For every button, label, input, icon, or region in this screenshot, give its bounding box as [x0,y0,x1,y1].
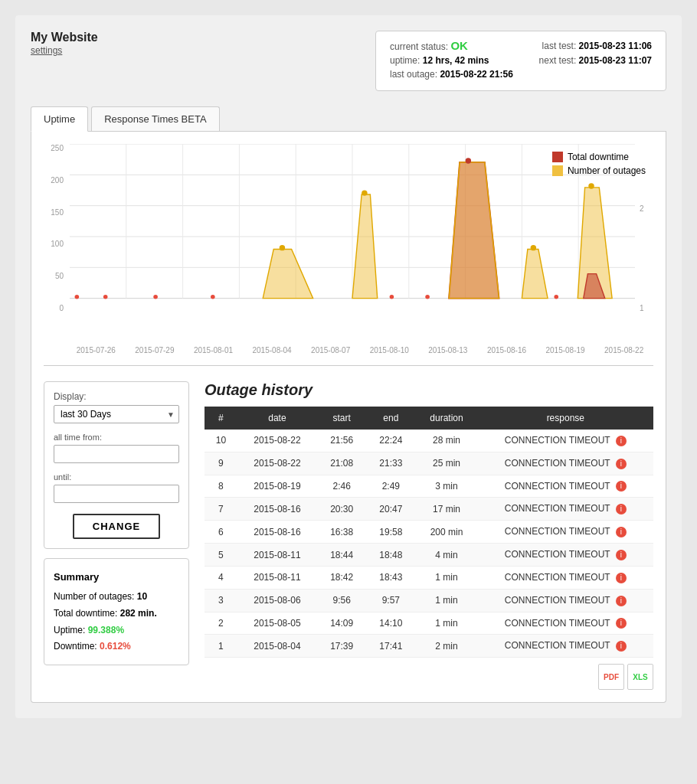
cell-start: 14:09 [317,612,366,635]
last-outage-value: 2015-08-22 21:56 [440,69,512,80]
legend-outages-label: Number of outages [568,165,646,176]
cell-end: 2:49 [366,475,415,498]
downtime-value: 282 min. [120,608,157,619]
export-row: PDF XLS [205,664,653,690]
summary-box: Summary Number of outages: 10 Total down… [44,558,189,665]
outage-table: # date start end duration response 10 20… [205,407,653,658]
cell-num: 5 [205,544,237,567]
info-icon[interactable]: i [616,504,627,514]
cell-num: 8 [205,475,237,498]
export-xls-button[interactable]: XLS [627,664,653,690]
cell-date: 2015-08-04 [237,635,317,658]
cell-end: 9:57 [366,589,415,612]
from-input[interactable] [54,445,179,463]
summary-downtime: Total downtime: 282 min. [54,606,179,622]
last-outage-label: last outage: [390,69,437,80]
tab-bar: Uptime Response Times BETA [31,106,666,132]
display-label: Display: [54,391,179,402]
col-end: end [366,407,415,430]
cell-start: 2:46 [317,475,366,498]
main-panel: 250 200 150 100 50 0 2 1 [31,132,666,703]
display-select[interactable]: last 30 Days last 7 Days last 90 Days Al… [54,405,179,423]
from-field-group: all time from: [54,433,179,463]
cell-end: 19:58 [366,521,415,544]
table-header: # date start end duration response [205,407,653,430]
summary-uptime: Uptime: 99.388% [54,622,179,639]
table-row: 1 2015-08-04 17:39 17:41 2 min CONNECTIO… [205,635,653,658]
last-test-value: 2015-08-23 11:06 [579,41,652,51]
info-icon[interactable]: i [616,596,627,606]
col-num: # [205,407,237,430]
cell-duration: 2 min [415,635,477,658]
info-icon[interactable]: i [616,573,627,583]
header: My Website settings current status: OK l… [31,31,666,91]
settings-link[interactable]: settings [31,45,62,56]
uptime-label: uptime: [390,55,420,66]
summary-outages: Number of outages: 10 [54,589,179,606]
table-row: 2 2015-08-05 14:09 14:10 1 min CONNECTIO… [205,612,653,635]
cell-start: 21:08 [317,452,366,475]
svg-point-16 [103,295,108,299]
table-row: 3 2015-08-06 9:56 9:57 1 min CONNECTION … [205,589,653,612]
table-row: 6 2015-08-16 16:38 19:58 200 min CONNECT… [205,521,653,544]
uptime-label: Uptime: [54,625,85,635]
cell-duration: 200 min [415,521,477,544]
info-icon[interactable]: i [616,436,627,446]
info-icon[interactable]: i [616,618,627,629]
until-input[interactable] [54,485,179,503]
cell-date: 2015-08-19 [237,475,317,498]
cell-date: 2015-08-06 [237,589,317,612]
table-row: 4 2015-08-11 18:42 18:43 1 min CONNECTIO… [205,566,653,589]
chart-container: 250 200 150 100 50 0 2 1 [44,144,653,366]
cell-date: 2015-08-22 [237,430,317,452]
svg-point-32 [425,295,430,299]
legend-num-outages: Number of outages [552,165,646,176]
xls-icon: XLS [633,673,647,681]
table-row: 9 2015-08-22 21:08 21:33 25 min CONNECTI… [205,452,653,475]
tab-uptime[interactable]: Uptime [31,106,88,132]
y-axis-labels: 250 200 150 100 50 0 [44,144,67,312]
cell-duration: 25 min [415,452,477,475]
cell-date: 2015-08-11 [237,566,317,589]
status-box: current status: OK last test: 2015-08-23… [375,31,666,91]
export-pdf-button[interactable]: PDF [598,664,624,690]
page-container: My Website settings current status: OK l… [15,15,682,718]
status-current-row: current status: OK last test: 2015-08-23… [390,39,652,52]
svg-point-24 [466,158,471,163]
legend-outages-color [552,165,563,176]
uptime-value: 12 hrs, 42 mins [423,55,489,66]
info-icon[interactable]: i [616,641,627,652]
cell-num: 3 [205,589,237,612]
cell-end: 21:33 [366,452,415,475]
tab-response-times[interactable]: Response Times BETA [91,106,219,131]
x-axis-labels: 2015-07-26 2015-07-29 2015-08-01 2015-08… [44,346,653,354]
info-icon[interactable]: i [616,550,627,560]
info-icon[interactable]: i [616,527,627,537]
info-icon[interactable]: i [616,481,627,492]
cell-date: 2015-08-16 [237,498,317,521]
cell-response: CONNECTION TIMEOUT i [478,498,653,521]
cell-duration: 17 min [415,498,477,521]
cell-date: 2015-08-16 [237,521,317,544]
cell-num: 2 [205,612,237,635]
select-wrap: last 30 Days last 7 Days last 90 Days Al… [54,405,179,423]
legend-downtime-label: Total downtime [568,152,629,162]
table-row: 10 2015-08-22 21:56 22:24 28 min CONNECT… [205,430,653,452]
until-label: until: [54,472,179,482]
cell-duration: 1 min [415,612,477,635]
cell-num: 4 [205,566,237,589]
svg-point-30 [211,295,215,299]
info-icon[interactable]: i [616,459,627,469]
cell-duration: 1 min [415,589,477,612]
svg-point-15 [75,295,80,299]
cell-start: 17:39 [317,635,366,658]
cell-start: 16:38 [317,521,366,544]
cell-start: 20:30 [317,498,366,521]
display-box: Display: last 30 Days last 7 Days last 9… [44,381,189,549]
cell-response: CONNECTION TIMEOUT i [478,452,653,475]
pdf-icon: PDF [604,673,619,681]
svg-marker-20 [352,194,378,299]
change-button[interactable]: CHANGE [73,514,160,539]
col-duration: duration [415,407,477,430]
svg-point-29 [588,183,594,188]
